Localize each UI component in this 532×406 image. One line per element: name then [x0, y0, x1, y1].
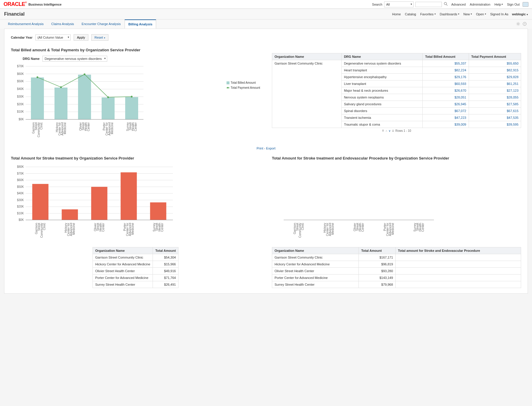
- svg-point-2: [517, 23, 519, 24]
- catalog-link[interactable]: Catalog: [405, 12, 416, 16]
- table-row: Surrey Street Health Center$79,968: [272, 281, 521, 288]
- col-org[interactable]: Organization Name: [272, 247, 359, 254]
- cell-payment[interactable]: $67,615: [469, 108, 521, 114]
- search-input[interactable]: [415, 2, 442, 7]
- svg-text:Center: Center: [421, 223, 424, 232]
- col-combined[interactable]: Total amount for Stroke and Endovascular…: [396, 247, 521, 254]
- gear-icon[interactable]: [516, 22, 520, 27]
- col-billed[interactable]: Total Billed Amount: [423, 53, 469, 60]
- cell-drg: Traumatic stupor & coma: [341, 121, 423, 128]
- tab-claims[interactable]: Claims Analysis: [47, 19, 78, 29]
- cell-payment[interactable]: $27,585: [469, 101, 521, 108]
- cell-amount: $96,819: [359, 261, 396, 268]
- search-icon[interactable]: [444, 2, 448, 7]
- svg-point-49: [84, 73, 85, 75]
- cell-billed[interactable]: $60,593: [423, 80, 469, 87]
- table-row: Garrison Street Community Clinic$54,304: [93, 254, 179, 261]
- col-org[interactable]: Organization Name: [93, 247, 153, 254]
- cell-payment[interactable]: $55,650: [469, 60, 521, 67]
- search-scope-select[interactable]: All: [384, 1, 414, 7]
- print-link[interactable]: Print: [257, 147, 263, 150]
- new-menu[interactable]: New ▾: [463, 12, 472, 16]
- advanced-link[interactable]: Advanced: [450, 3, 467, 6]
- cell-payment[interactable]: $82,915: [469, 67, 521, 74]
- cell-amount: $93,280: [359, 268, 396, 274]
- svg-text:$20K: $20K: [17, 205, 24, 208]
- cell-billed[interactable]: $82,224: [423, 67, 469, 74]
- open-menu[interactable]: Open ▾: [476, 12, 486, 16]
- sign-out-link[interactable]: Sign Out: [506, 3, 521, 6]
- apply-button[interactable]: Apply: [74, 34, 88, 41]
- home-link[interactable]: Home: [392, 12, 401, 16]
- pager-last-icon[interactable]: ⇓: [392, 129, 394, 132]
- chart-billed-payments: $0K$10K$20K$30K$40K$50K$60K$70KGarrisonS…: [11, 63, 224, 141]
- svg-point-51: [131, 96, 133, 98]
- calendar-year-label: Calendar Year: [11, 36, 32, 39]
- cell-billed[interactable]: $67,072: [423, 108, 469, 114]
- table-row: Hickory Center for Advanced Medicine$15,…: [93, 261, 179, 268]
- cell-amount: $71,764: [153, 274, 179, 281]
- cell-payment[interactable]: $39,595: [469, 121, 521, 128]
- svg-text:$10K: $10K: [17, 110, 24, 113]
- cell-amount: $54,304: [153, 254, 179, 261]
- export-link[interactable]: Export: [266, 147, 275, 150]
- cell-billed[interactable]: $55,337: [423, 60, 469, 67]
- cell-billed[interactable]: $29,176: [423, 74, 469, 80]
- cell-payment[interactable]: $29,828: [469, 74, 521, 80]
- favorites-menu[interactable]: Favorites ▾: [420, 12, 435, 16]
- help-menu[interactable]: Help ▾: [493, 3, 504, 6]
- cell-billed[interactable]: $26,670: [423, 87, 469, 94]
- table-pager: ⇑ ∧ ∨ ⇓ Rows 1 - 10: [272, 129, 521, 132]
- svg-text:Medicine: Medicine: [72, 223, 75, 235]
- apps-icon[interactable]: [523, 2, 528, 7]
- cell-billed[interactable]: $28,051: [423, 94, 469, 101]
- tab-encounter[interactable]: Encounter Charge Analysis: [78, 19, 125, 29]
- administration-link[interactable]: Administration: [469, 3, 492, 6]
- dashboard-body: Calendar Year (All Column Value Apply Re…: [4, 29, 528, 294]
- cell-amount: $26,491: [153, 281, 179, 288]
- svg-line-1: [446, 4, 447, 6]
- svg-point-48: [60, 86, 62, 88]
- stroke-endo-table: Organization Name Total Amount Total amo…: [272, 247, 521, 288]
- global-header: ORACLE® Business Intelligence Search All…: [0, 0, 532, 9]
- svg-rect-80: [91, 187, 108, 220]
- svg-text:$50K: $50K: [17, 80, 24, 83]
- tab-reimbursement[interactable]: Reimbursement Analysis: [4, 19, 47, 29]
- pager-next-icon[interactable]: ∨: [389, 129, 391, 132]
- drg-name-select[interactable]: Degenerative nervous system disorders: [42, 56, 107, 62]
- cell-org: Garrison Street Community Clinic: [93, 254, 153, 261]
- help-icon[interactable]: ?: [523, 22, 527, 27]
- dashboard-tabs: Reimbursement Analysis Claims Analysis E…: [0, 19, 532, 29]
- table-row: Hickory Center for Advanced Medicine$96,…: [272, 261, 521, 268]
- svg-text:$40K: $40K: [17, 192, 24, 195]
- prompt-bar: Calendar Year (All Column Value Apply Re…: [11, 34, 521, 41]
- cell-billed[interactable]: $47,223: [423, 114, 469, 121]
- calendar-year-select[interactable]: (All Column Value: [35, 34, 71, 40]
- svg-text:$10K: $10K: [17, 212, 24, 215]
- cell-amount: $167,171: [359, 254, 396, 261]
- svg-point-0: [444, 2, 447, 5]
- col-total[interactable]: Total Amount: [153, 247, 179, 254]
- tab-billing[interactable]: Billing Analysis: [125, 19, 156, 29]
- col-drg-name[interactable]: DRG Name: [341, 53, 423, 60]
- reset-button[interactable]: Reset ▾: [91, 34, 108, 41]
- panel3-title: Total Amount for Stroke treatment and En…: [272, 156, 521, 160]
- col-payment[interactable]: Total Payment Amount: [469, 53, 521, 60]
- svg-rect-31: [78, 75, 91, 119]
- cell-drg: Heart transplant: [341, 67, 423, 74]
- svg-text:Center: Center: [134, 122, 137, 131]
- cell-payment[interactable]: $27,123: [469, 87, 521, 94]
- col-total[interactable]: Total Amount: [359, 247, 396, 254]
- user-menu[interactable]: weblogic ▾: [512, 12, 528, 16]
- cell-billed[interactable]: $39,009: [423, 121, 469, 128]
- dashboards-menu[interactable]: Dashboards ▾: [440, 12, 459, 16]
- pager-first-icon[interactable]: ⇑: [382, 129, 384, 132]
- cell-payment[interactable]: $47,535: [469, 114, 521, 121]
- cell-org: Garrison Street Community Clinic: [272, 254, 359, 261]
- col-org-name[interactable]: Organization Name: [272, 53, 342, 60]
- cell-billed[interactable]: $26,945: [423, 101, 469, 108]
- cell-payment[interactable]: $61,251: [469, 80, 521, 87]
- pager-prev-icon[interactable]: ∧: [385, 129, 387, 132]
- svg-text:Clinic: Clinic: [40, 122, 43, 129]
- cell-payment[interactable]: $28,055: [469, 94, 521, 101]
